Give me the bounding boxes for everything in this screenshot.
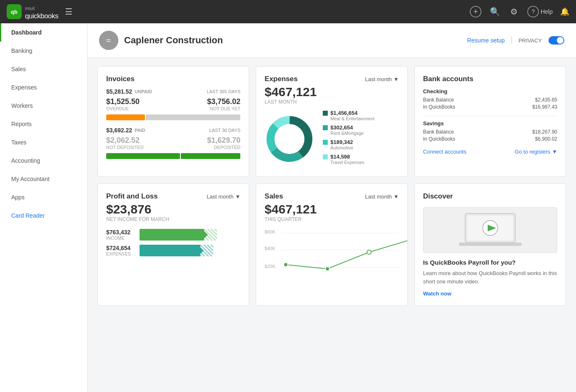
svg-point-9 (274, 124, 304, 154)
invoices-unpaid-amount: $5,281.52 (106, 88, 132, 95)
invoices-overdue-bar (106, 114, 145, 120)
invoices-deposit-row: $2,062.52 NOT DEPOSITED $1,629.70 DEPOSI… (106, 136, 240, 150)
go-to-registers-link[interactable]: Go to registers ▼ (515, 149, 557, 155)
savings-title: Savings (423, 120, 557, 127)
sidebar-item-expenses[interactable]: Expenses (0, 78, 87, 97)
invoices-overdue-row: $1,525.50 OVERDUE $3,756.02 NOT DUE YET (106, 97, 240, 111)
invoices-notdeposited-label: NOT DEPOSITED (106, 145, 144, 150)
savings-bank-value: $18,267.90 (532, 129, 557, 135)
legend-color-3 (323, 140, 328, 145)
top-nav: qb intuit quickbooks ☰ + 🔍 ⚙ ? Help 🔔 (0, 0, 576, 23)
expenses-period-button[interactable]: Last month ▼ (365, 76, 399, 82)
invoices-deposit-bar (106, 153, 240, 159)
qb-logo-text: intuit quickbooks (25, 3, 58, 20)
pnl-expenses-row: $724,654 EXPENSES (106, 245, 215, 256)
invoices-last30-label: LAST 30 DAYS (209, 128, 241, 133)
sidebar-item-banking[interactable]: Banking (0, 42, 87, 60)
savings-qb-value: $6,900.02 (535, 136, 557, 142)
sales-header: Sales Last month ▼ (264, 192, 399, 201)
expenses-card: Expenses Last month ▼ $467,121 LAST MONT… (256, 66, 407, 177)
savings-section: Savings Bank Balance $18,267.90 In Quick… (423, 120, 557, 142)
discover-question: Is QuickBooks Payroll for you? (423, 259, 557, 266)
toggle-knob (557, 37, 564, 44)
sidebar-item-my-accountant[interactable]: My Accountant (0, 170, 87, 188)
sidebar-item-taxes[interactable]: Taxes (0, 133, 87, 151)
legend-label-2: Rent &Mortgage (330, 131, 364, 136)
discover-description: Learn more about how QuickBooks Payroll … (423, 269, 557, 285)
invoices-title: Invoices (106, 75, 240, 83)
checking-qb-label: In QuickBooks (423, 104, 455, 110)
sales-card: Sales Last month ▼ $467,121 THIS QUARTER… (256, 184, 407, 306)
discover-video[interactable] (423, 207, 557, 253)
sales-y-label-60k: $60K (264, 229, 275, 234)
hamburger-icon[interactable]: ☰ (65, 7, 72, 17)
sidebar-item-apps[interactable]: Apps (0, 188, 87, 206)
chevron-down-icon-pnl: ▼ (235, 194, 240, 200)
legend-label-1: Meal & Entertainment (330, 116, 374, 121)
invoices-paid-row: $3,692.22 PAID LAST 30 DAYS (106, 127, 240, 134)
legend-color-4 (323, 154, 328, 159)
company-name: Caplener Construction (124, 35, 223, 46)
pnl-expenses-bar (140, 245, 215, 256)
app-layout: Dashboard Banking Sales Expenses Workers… (0, 23, 576, 392)
privacy-toggle[interactable] (549, 36, 564, 45)
checking-section: Checking Bank Balance $2,435.65 In Quick… (423, 88, 557, 110)
checking-qb-value: $16,987.43 (532, 104, 557, 110)
top-nav-left: qb intuit quickbooks ☰ (7, 3, 72, 20)
legend-item-2: $302,654 Rent &Mortgage (323, 124, 399, 136)
help-icon[interactable]: ? Help (527, 6, 553, 17)
invoices-card: Invoices $5,281.52 UNPAID LAST 365 DAYS … (97, 66, 249, 177)
discover-card: Discover Is QuickBooks Payroll for you? … (414, 184, 566, 306)
search-icon[interactable]: 🔍 (489, 6, 501, 17)
bank-footer: Connect accounts Go to registers ▼ (423, 149, 557, 155)
qb-logo[interactable]: qb intuit quickbooks (7, 3, 58, 20)
sidebar-item-reports[interactable]: Reports (0, 115, 87, 133)
add-icon[interactable]: + (470, 6, 481, 17)
sidebar-item-dashboard[interactable]: Dashboard (0, 23, 87, 42)
connect-accounts-link[interactable]: Connect accounts (423, 149, 466, 155)
qb-logo-icon: qb (7, 4, 22, 19)
invoices-unpaid-row: $5,281.52 UNPAID LAST 365 DAYS (106, 88, 240, 95)
sales-period-button[interactable]: Last month ▼ (365, 194, 399, 200)
invoices-deposited-amount: $1,629.70 (207, 136, 240, 145)
invoices-notdeposited-amount: $2,062.52 (106, 136, 144, 145)
chevron-down-icon-sales: ▼ (394, 194, 399, 200)
legend-amount-2: $302,654 (330, 124, 364, 131)
checking-bank-label: Bank Balance (423, 97, 454, 103)
sidebar-item-sales[interactable]: Sales (0, 60, 87, 78)
expenses-legend: $1,456,654 Meal & Entertainment $302,654… (323, 110, 399, 168)
sales-sublabel: THIS QUARTER (264, 216, 399, 222)
notification-bell-icon[interactable]: 🔔 (560, 7, 569, 16)
sidebar-item-accounting[interactable]: Accounting (0, 151, 87, 170)
pnl-amount: $23,876 (106, 202, 240, 216)
pnl-period-button[interactable]: Last month ▼ (207, 194, 240, 200)
expenses-period-label: Last month (365, 76, 391, 82)
svg-text:qb: qb (11, 9, 17, 15)
bank-accounts-title: Bank accounts (423, 75, 557, 83)
pnl-header: Profit and Loss Last month ▼ (106, 192, 240, 201)
dashboard-grid: Invoices $5,281.52 UNPAID LAST 365 DAYS … (87, 58, 576, 314)
resume-setup-link[interactable]: Resume setup (467, 37, 505, 44)
legend-item-1: $1,456,654 Meal & Entertainment (323, 110, 399, 121)
legend-amount-4: $14,598 (330, 154, 364, 160)
profit-loss-card: Profit and Loss Last month ▼ $23,876 NET… (97, 184, 249, 306)
expenses-title: Expenses (264, 75, 297, 83)
legend-color-2 (323, 125, 328, 130)
invoices-notdue-amount: $3,756.02 (207, 97, 240, 106)
expenses-content: $1,456,654 Meal & Entertainment $302,654… (264, 110, 399, 168)
pnl-expenses-amount: $724,654 (106, 245, 135, 251)
legend-amount-3: $189,342 (330, 139, 353, 145)
pnl-income-sublabel: INCOME (106, 236, 135, 241)
chevron-down-icon: ▼ (394, 76, 399, 82)
invoices-unpaid-label: UNPAID (135, 89, 152, 94)
svg-point-10 (284, 263, 288, 267)
gear-icon[interactable]: ⚙ (508, 6, 520, 17)
pnl-income-fill (140, 229, 204, 241)
legend-item-4: $14,598 Travel Expenses (323, 154, 399, 165)
sidebar-item-card-reader[interactable]: Card Reader (0, 206, 87, 225)
main-content: ≈ Caplener Construction Resume setup PRI… (87, 23, 576, 392)
expenses-header: Expenses Last month ▼ (264, 75, 399, 83)
sidebar-item-workers[interactable]: Workers (0, 97, 87, 115)
svg-text:≈: ≈ (107, 36, 111, 45)
watch-now-link[interactable]: Watch now (423, 290, 451, 297)
